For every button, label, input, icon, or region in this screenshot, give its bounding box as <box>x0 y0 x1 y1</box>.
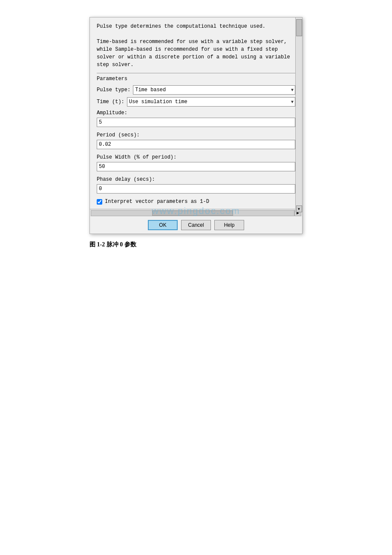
pulse-type-row: Pulse type: Time based Sample based ▼ <box>97 85 295 95</box>
time-select-wrapper: Use simulation time Use external signal … <box>127 97 295 107</box>
pulse-type-select-wrapper: Time based Sample based ▼ <box>133 85 295 95</box>
interpret-vector-checkbox[interactable] <box>97 199 102 205</box>
h-scroll-track[interactable] <box>91 210 294 216</box>
pulse-type-select[interactable]: Time based Sample based <box>133 85 295 95</box>
amplitude-input[interactable] <box>97 118 295 127</box>
checkbox-label: Interpret vector parameters as 1-D <box>105 198 209 205</box>
phase-delay-label: Phase delay (secs): <box>97 176 295 183</box>
description-text: Pulse type determines the computational … <box>97 23 295 69</box>
pulse-width-label: Pulse Width (% of period): <box>97 153 295 161</box>
checkbox-row: Interpret vector parameters as 1-D <box>97 198 295 205</box>
period-input[interactable] <box>97 140 295 149</box>
h-scroll-thumb[interactable] <box>152 211 233 216</box>
time-select[interactable]: Use simulation time Use external signal <box>127 97 295 107</box>
cancel-button[interactable]: Cancel <box>181 220 211 230</box>
ok-button[interactable]: OK <box>148 220 178 230</box>
period-label: Period (secs): <box>97 131 295 139</box>
amplitude-label: Amplitude: <box>97 109 295 117</box>
dialog-content: Pulse type determines the computational … <box>90 17 302 205</box>
page-container: ▼ Pulse type determines the computationa… <box>0 17 392 538</box>
caption: 图 1-2 脉冲 0 参数 <box>89 241 303 249</box>
parameters-label: Parameters <box>97 75 295 83</box>
pulse-type-label: Pulse type: <box>97 86 130 94</box>
desc-line2: Time-based is recommended for use with a… <box>97 38 295 69</box>
pulse-width-input[interactable] <box>97 162 295 171</box>
parameters-section: Parameters Pulse type: Time based Sample… <box>97 73 295 205</box>
phase-delay-group: Phase delay (secs): <box>97 176 295 196</box>
scrollbar-thumb[interactable] <box>296 19 302 36</box>
scrollbar[interactable]: ▼ <box>295 17 302 212</box>
help-button[interactable]: Help <box>214 220 244 230</box>
phase-delay-input[interactable] <box>97 184 295 194</box>
time-label: Time (t): <box>97 98 124 106</box>
pulse-width-group: Pulse Width (% of period): <box>97 153 295 174</box>
button-row: OK Cancel Help <box>90 217 302 234</box>
desc-line1: Pulse type determines the computational … <box>97 23 295 30</box>
dialog-wrapper: ▼ Pulse type determines the computationa… <box>89 17 303 234</box>
amplitude-group: Amplitude: <box>97 109 295 130</box>
scrollbar-down-arrow[interactable]: ▼ <box>296 205 302 212</box>
horizontal-scrollbar[interactable]: ▶ <box>90 209 302 217</box>
time-row: Time (t): Use simulation time Use extern… <box>97 97 295 107</box>
period-group: Period (secs): <box>97 131 295 152</box>
